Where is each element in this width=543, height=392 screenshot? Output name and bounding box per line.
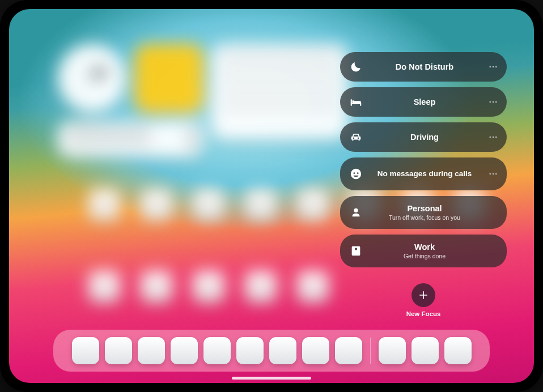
focus-item-label: No messages during calls [363,169,486,178]
screen: Do Not Disturb Sleep [9,9,534,383]
more-icon[interactable] [486,167,500,181]
reminders-widget [58,121,203,157]
svg-point-3 [353,100,355,103]
dock-app-icon [72,337,99,364]
dock-app-icon [302,337,329,364]
car-icon [349,130,363,144]
focus-item-work[interactable]: Work Get things done [340,235,507,267]
dock-app-icon [335,337,362,364]
list-widget [212,44,348,139]
clock-widget [58,44,126,112]
more-icon[interactable] [486,130,500,144]
svg-point-11 [493,173,494,175]
app-icon [88,271,120,302]
smiley-icon [349,167,363,181]
new-focus: New Focus [340,283,507,317]
focus-item-personal[interactable]: Personal Turn off work, focus on you [340,196,507,229]
home-indicator[interactable] [232,377,311,380]
app-icon [193,189,224,221]
dock-app-icon [379,337,406,364]
dock-app-icon [138,337,165,364]
notes-widget [135,44,203,112]
new-focus-label: New Focus [406,310,441,317]
svg-point-10 [489,173,491,175]
focus-item-label: Do Not Disturb [363,62,486,72]
app-icon [141,189,172,221]
dock-app-icon [203,337,231,364]
ipad-frame: Do Not Disturb Sleep [0,0,543,392]
svg-point-7 [489,137,491,138]
app-icon [245,189,277,221]
dock-app-icon [269,337,296,364]
dock-divider [370,338,371,364]
new-focus-button[interactable] [412,283,435,307]
svg-point-4 [489,101,491,103]
svg-point-6 [495,101,497,103]
moon-icon [349,60,363,74]
plus-icon [418,289,429,301]
app-icon [193,271,224,302]
focus-item-dnd[interactable]: Do Not Disturb [340,52,507,82]
svg-point-8 [493,137,494,138]
focus-item-label: Sleep [363,97,486,107]
focus-item-no-messages[interactable]: No messages during calls [340,157,507,190]
svg-point-1 [493,66,494,68]
focus-item-driving[interactable]: Driving [340,122,507,152]
app-icon [245,271,277,302]
dock-app-icon [171,337,198,364]
focus-item-label: Work Get things done [363,242,486,259]
app-icon [297,189,329,221]
dock-app-icon [444,337,472,364]
dock [53,330,490,372]
app-icon [297,271,329,302]
dock-app-icon [236,337,264,364]
dock-app-icon [105,337,132,364]
app-icon [141,271,172,302]
svg-point-2 [495,66,497,68]
dock-app-icon [412,337,439,364]
person-icon [349,206,363,219]
svg-point-9 [495,137,497,138]
more-icon[interactable] [486,60,500,74]
focus-item-sleep[interactable]: Sleep [340,87,507,117]
badge-icon [349,244,363,258]
svg-point-0 [489,66,491,68]
focus-item-label: Driving [363,133,486,142]
focus-menu: Do Not Disturb Sleep [340,52,507,317]
svg-point-12 [495,173,497,175]
focus-item-label: Personal Turn off work, focus on you [363,204,486,221]
app-icon [88,189,120,221]
svg-point-5 [493,101,494,103]
more-icon[interactable] [486,95,500,109]
bed-icon [349,95,363,109]
